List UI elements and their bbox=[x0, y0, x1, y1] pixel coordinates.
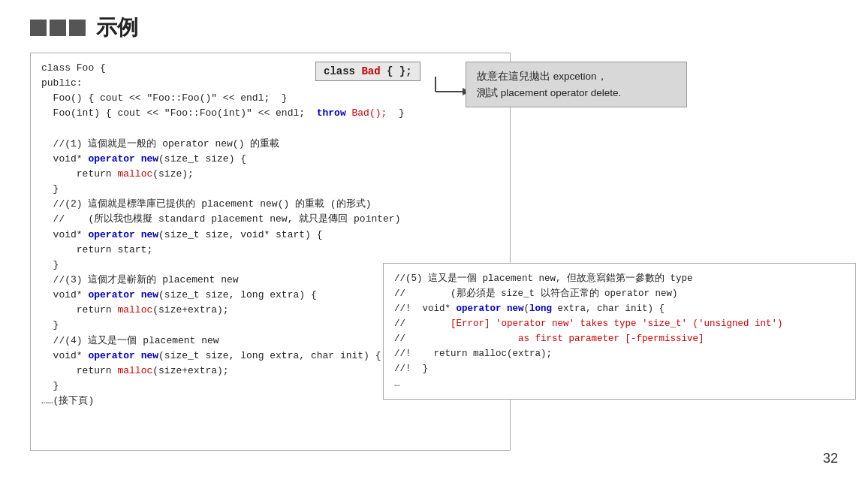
code-line: //(2) 這個就是標準庫已提供的 placement new() 的重載 (的… bbox=[41, 197, 499, 212]
header-icon bbox=[30, 20, 86, 36]
page-title: 示例 bbox=[96, 14, 138, 42]
class-bad-box: class Bad { }; bbox=[315, 62, 420, 81]
callout-box: 故意在這兒拋出 expcetion， 測試 placement operator… bbox=[466, 62, 687, 107]
callout-line2: 測試 placement operator delete. bbox=[477, 85, 676, 101]
callout-line1: 故意在這兒拋出 expcetion， bbox=[477, 68, 676, 85]
code-line: // (所以我也模擬 standard placement new, 就只是傳回… bbox=[41, 212, 499, 227]
code-line: // [Error] 'operator new' takes type 'si… bbox=[394, 316, 845, 331]
code-line bbox=[41, 122, 499, 137]
code-line: // as first parameter [-fpermissive] bbox=[394, 331, 845, 346]
code-line: Foo(int) { cout << "Foo::Foo(int)" << en… bbox=[41, 106, 499, 121]
page: 示例 class Foo { public: Foo() { cout << "… bbox=[0, 0, 868, 477]
icon-bar-3 bbox=[69, 20, 86, 36]
code-line: //(1) 這個就是一般的 operator new() 的重載 bbox=[41, 137, 499, 152]
code-line: //! } bbox=[394, 361, 845, 376]
code-line: //! void* operator new(long extra, char … bbox=[394, 301, 845, 316]
code-line: return start; bbox=[41, 243, 499, 258]
code-line: return malloc(size); bbox=[41, 167, 499, 182]
icon-bar-2 bbox=[50, 20, 66, 36]
icon-bar-1 bbox=[30, 20, 47, 36]
header: 示例 bbox=[30, 14, 838, 42]
page-number: 32 bbox=[823, 451, 838, 466]
code-line: } bbox=[41, 182, 499, 197]
bad-keyword: Bad bbox=[361, 65, 380, 77]
code-line: … bbox=[394, 376, 845, 391]
code-line: void* operator new(size_t size, void* st… bbox=[41, 228, 499, 243]
second-code-box: //(5) 這又是一個 placement new, 但故意寫錯第一參數的 ty… bbox=[383, 263, 856, 400]
code-line: //(5) 這又是一個 placement new, 但故意寫錯第一參數的 ty… bbox=[394, 271, 845, 286]
code-line: // (那必須是 size_t 以符合正常的 operator new) bbox=[394, 286, 845, 301]
code-line: void* operator new(size_t size) { bbox=[41, 152, 499, 167]
code-line: //! return malloc(extra); bbox=[394, 346, 845, 361]
